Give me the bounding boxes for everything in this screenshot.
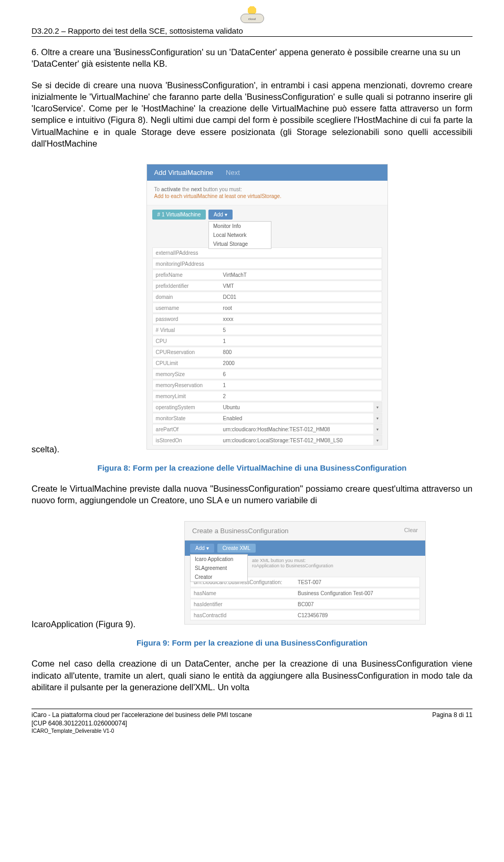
dd-creator[interactable]: Creator: [191, 573, 247, 581]
field-label: memoryLimit: [153, 393, 221, 399]
main-paragraph: Se si decide di creare una nuova 'Busine…: [32, 79, 472, 150]
field-value[interactable]: Business Configuration Test-007: [296, 590, 419, 596]
field-value[interactable]: 2000: [221, 360, 382, 366]
field-label: CPUReservation: [153, 349, 221, 355]
field-value[interactable]: 6: [221, 371, 382, 377]
field-label: memorySize: [153, 371, 221, 377]
field-value[interactable]: BC007: [296, 601, 419, 607]
figure-8-caption: Figura 8: Form per la creazione delle Vi…: [32, 463, 472, 472]
form-row: hasIdentifierBC007: [190, 599, 420, 609]
createxml-button[interactable]: Create XML: [217, 544, 256, 553]
field-value[interactable]: 1: [221, 382, 382, 388]
chevron-down-icon[interactable]: ▾: [373, 413, 382, 423]
form-row: passwordxxxx: [152, 314, 382, 324]
field-value[interactable]: Enabled: [221, 416, 373, 421]
chevron-down-icon[interactable]: ▾: [373, 402, 382, 412]
add-dropdown-2: Icaro Application SLAgreement Creator: [190, 554, 248, 582]
field-value[interactable]: Ubuntu: [221, 404, 373, 410]
form-row: hasContractIdC123456789: [190, 610, 420, 620]
vm-badge[interactable]: # 1 VirtualMachine: [152, 210, 206, 220]
form-row: memorySize6: [152, 369, 382, 379]
dropdown-item-localnet[interactable]: Local Network: [209, 231, 271, 240]
footer-left: iCaro - La piattaforma cloud per l'accel…: [32, 711, 252, 734]
field-label: hasContractId: [191, 612, 296, 618]
field-label: CPULimit: [153, 360, 221, 366]
field-label: monitoringIPAddress: [153, 261, 221, 267]
doc-reference: D3.20.2 – Rapporto dei test della SCE, s…: [32, 26, 243, 35]
dropdown-item-vstorage[interactable]: Virtual Storage: [209, 240, 271, 248]
panel-title: Add VirtualMachine: [154, 169, 214, 176]
form-row: isStoredOnurn:cloudicaro:LocalStorage:TE…: [152, 435, 382, 445]
page-number: Pagina 8 di 11: [432, 711, 472, 734]
form-row: CPUReservation800: [152, 347, 382, 357]
header-logo: cloud: [236, 5, 268, 29]
field-value[interactable]: 2: [221, 393, 382, 399]
field-label: arePartOf: [153, 427, 221, 432]
field-label: externalIPAddress: [153, 250, 221, 256]
figure-9-caption: Figura 9: Form per la creazione di una B…: [32, 638, 472, 647]
field-label: memoryReservation: [153, 382, 221, 388]
trailing-text-1: scelta).: [32, 444, 59, 454]
field-value[interactable]: VirtMachT: [221, 272, 382, 278]
field-label: CPU: [153, 338, 221, 344]
field-label: password: [153, 316, 221, 322]
chevron-down-icon[interactable]: ▾: [373, 424, 382, 434]
form-row: CPULimit2000: [152, 358, 382, 368]
field-value[interactable]: 800: [221, 349, 382, 355]
field-label: prefixIdentifier: [153, 283, 221, 289]
add-dropdown: Monitor Info Local Network Virtual Stora…: [208, 221, 271, 249]
field-value[interactable]: root: [221, 305, 382, 311]
field-label: username: [153, 305, 221, 311]
form-row: externalIPAddress: [152, 247, 382, 258]
form-row: usernameroot: [152, 303, 382, 313]
form-row: # Virtual5: [152, 325, 382, 335]
paragraph-after-fig8: Create le VirtualMachine previste dalla …: [32, 483, 472, 506]
field-value[interactable]: xxxx: [221, 316, 382, 322]
field-label: isStoredOn: [153, 438, 221, 443]
form-row: memoryReservation1: [152, 380, 382, 390]
chevron-down-icon[interactable]: ▾: [373, 435, 382, 445]
dd-sla[interactable]: SLAgreement: [191, 564, 247, 573]
panel2-title: Create a BusinessConfiguration: [192, 527, 289, 535]
field-value[interactable]: urn:cloudicaro:LocalStorage:TEST-012_HM0…: [221, 438, 373, 443]
final-paragraph: Come nel caso della creazione di un Data…: [32, 658, 472, 693]
clear-button[interactable]: Clear: [404, 527, 418, 535]
add-button[interactable]: Add ▾ Monitor Info Local Network Virtual…: [208, 210, 233, 220]
form-row: prefixIdentifierVMT: [152, 281, 382, 291]
field-label: domain: [153, 294, 221, 300]
form-row: CPU1: [152, 336, 382, 346]
notice-line-2: Add to each virtualMachine at least one …: [154, 193, 380, 200]
field-value[interactable]: DC01: [221, 294, 382, 300]
trailing-text-2: IcaroApplication (Figura 9).: [32, 619, 135, 629]
form-row: arePartOfurn:cloudicaro:HostMachine:TEST…: [152, 424, 382, 434]
field-value[interactable]: urn:cloudicaro:HostMachine:TEST-012_HM08: [221, 427, 373, 432]
form-row: memoryLimit2: [152, 391, 382, 401]
screenshot-add-virtualmachine: Add VirtualMachine Next To activate the …: [146, 164, 388, 450]
field-label: # Virtual: [153, 327, 221, 333]
form-row: monitoringIPAddress: [152, 258, 382, 269]
dd-icaroapp[interactable]: Icaro Application: [191, 555, 247, 564]
field-label: hasIdentifier: [191, 601, 296, 607]
notice-line-1: To activate the next button you must:: [154, 186, 380, 193]
field-value[interactable]: 1: [221, 338, 382, 344]
field-value[interactable]: VMT: [221, 283, 382, 289]
field-label: prefixName: [153, 272, 221, 278]
field-label: monitorState: [153, 416, 221, 421]
field-value[interactable]: 5: [221, 327, 382, 333]
field-value[interactable]: C123456789: [296, 612, 419, 618]
dropdown-item-monitor[interactable]: Monitor Info: [209, 222, 271, 231]
form-row: domainDC01: [152, 292, 382, 302]
paragraph-6: 6. Oltre a creare una 'BusinessConfigura…: [32, 46, 472, 70]
notice2-l1: ate XML button you must:: [252, 558, 421, 564]
form-row: hasNameBusiness Configuration Test-007: [190, 588, 420, 598]
field-label: operatingSystem: [153, 404, 221, 410]
form-row: operatingSystemUbuntu▾: [152, 402, 382, 412]
next-button[interactable]: Next: [226, 169, 240, 176]
notice2-l2: roApplication to BusinessConfiguration: [252, 563, 421, 569]
field-label: hasName: [191, 590, 296, 596]
add-button-2[interactable]: Add ▾: [190, 544, 214, 553]
screenshot-create-businessconfig: Create a BusinessConfiguration Clear Add…: [184, 521, 426, 625]
field-value[interactable]: TEST-007: [296, 579, 419, 585]
form-row: monitorStateEnabled▾: [152, 413, 382, 423]
form-row: prefixNameVirtMachT: [152, 269, 382, 280]
